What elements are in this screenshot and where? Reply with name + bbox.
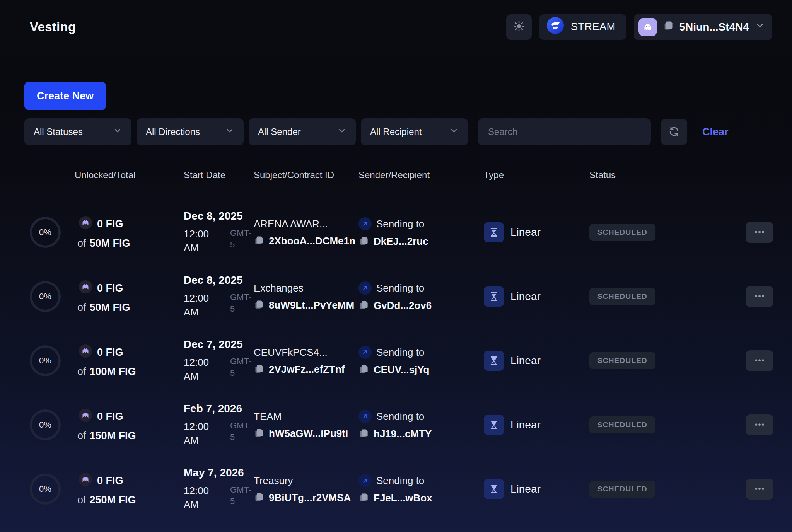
start-time: 12:00 AM [184, 484, 214, 511]
table-row[interactable]: 0% 0 FIG of 100M FIG Dec 7, 2025 1 [0, 329, 792, 393]
copy-icon[interactable] [254, 428, 264, 440]
copy-icon[interactable] [254, 363, 264, 375]
sender-recipient-cell: Sending to FJeL...wBox [358, 474, 484, 504]
contract-id: 2XbooA...DCMe1n [269, 235, 355, 247]
refresh-button[interactable] [661, 119, 687, 145]
subject-label: ARENA AWAR... [254, 218, 358, 230]
recipient-address: FJeL...wBox [374, 492, 432, 504]
clear-filters-link[interactable]: Clear [702, 126, 729, 138]
sender-filter-dropdown[interactable]: All Sender [249, 118, 356, 145]
column-header-unlocked-total: Unlocked/Total [75, 170, 184, 181]
hourglass-icon [484, 351, 504, 371]
direction-label: Sending to [376, 475, 424, 487]
copy-icon[interactable] [358, 492, 369, 504]
ellipsis-icon [754, 483, 765, 496]
table-row[interactable]: 0% 0 FIG of 50M FIG Dec 8, 2025 12 [0, 200, 792, 264]
of-label: of [77, 237, 86, 249]
copy-icon[interactable] [254, 492, 264, 504]
phantom-ghost-icon [638, 18, 657, 36]
type-cell: Linear [484, 222, 589, 242]
recipient-filter-dropdown[interactable]: All Recipient [361, 118, 468, 145]
type-cell: Linear [484, 351, 589, 371]
subject-contract-cell: Treasury 9BiUTg...r2VMSA [254, 475, 358, 504]
row-menu-button[interactable] [746, 479, 773, 500]
progress-cell: 0% [30, 474, 75, 505]
chevron-down-icon [755, 20, 765, 33]
table-row[interactable]: 0% 0 FIG of 150M FIG Feb 7, 2026 1 [0, 393, 792, 457]
recipient-address: DkEJ...2ruc [374, 235, 428, 247]
copy-icon[interactable] [254, 299, 264, 311]
copy-icon[interactable] [358, 364, 369, 376]
copy-icon[interactable] [663, 20, 674, 34]
theme-toggle-button[interactable] [506, 14, 532, 40]
row-menu-button[interactable] [746, 286, 773, 307]
row-menu-button[interactable] [746, 222, 773, 243]
sender-recipient-cell: Sending to CEUV...sjYq [358, 346, 484, 376]
wallet-address: 5Niun...St4N4 [679, 21, 749, 33]
main-content: Create New All Statuses All Directions A… [0, 82, 792, 521]
progress-percent: 0% [39, 420, 51, 430]
filter-bar: All Statuses All Directions All Sender A… [24, 118, 792, 145]
table-body: 0% 0 FIG of 50M FIG Dec 8, 2025 12 [0, 200, 792, 521]
chevron-down-icon [225, 126, 234, 138]
direction-label: Sending to [376, 282, 424, 294]
start-time: 12:00 AM [184, 356, 214, 383]
direction-label: Sending to [376, 218, 424, 230]
subject-label: CEUVFkPCS4... [254, 346, 358, 358]
progress-percent: 0% [39, 356, 51, 366]
unlocked-total-cell: 0 FIG of 50M FIG [75, 216, 184, 249]
total-amount: 250M FIG [90, 494, 136, 506]
start-date-cell: Feb 7, 2026 12:00 AM GMT-5 [184, 402, 254, 447]
recipient-address: hJ19...cMTY [374, 428, 432, 440]
copy-icon[interactable] [358, 428, 369, 440]
start-time: 12:00 AM [184, 292, 214, 319]
chevron-down-icon [337, 126, 346, 138]
row-menu-button[interactable] [746, 414, 773, 435]
status-filter-dropdown[interactable]: All Statuses [24, 118, 131, 145]
progress-percent: 0% [39, 227, 51, 237]
arrow-up-right-icon [358, 281, 372, 295]
subject-contract-cell: Exchanges 8uW9Lt...PvYeMM [254, 282, 358, 311]
subject-label: TEAM [254, 411, 358, 423]
fig-token-icon [79, 408, 92, 425]
subject-contract-cell: ARENA AWAR... 2XbooA...DCMe1n [254, 218, 358, 247]
create-new-button[interactable]: Create New [24, 82, 106, 110]
wallet-button[interactable]: 5Niun...St4N4 [634, 14, 772, 40]
progress-cell: 0% [30, 281, 75, 312]
column-header-subject-contract: Subject/Contract ID [254, 170, 358, 181]
direction-filter-dropdown[interactable]: All Directions [137, 118, 244, 145]
chevron-down-icon [449, 126, 459, 138]
unlocked-amount: 0 FIG [97, 475, 123, 487]
direction-label: Sending to [376, 346, 424, 358]
column-header-start-date: Start Date [184, 170, 254, 181]
progress-cell: 0% [30, 217, 75, 248]
menu-cell [746, 414, 773, 435]
stream-button[interactable]: STREAM [539, 14, 626, 40]
table-row[interactable]: 0% 0 FIG of 250M FIG May 7, 2026 1 [0, 457, 792, 521]
ellipsis-icon [754, 290, 765, 303]
ellipsis-icon [754, 419, 765, 431]
copy-icon[interactable] [254, 235, 264, 247]
row-menu-button[interactable] [746, 350, 773, 371]
search-input[interactable] [478, 118, 651, 145]
direction-filter-label: All Directions [146, 126, 200, 137]
subject-label: Treasury [254, 475, 358, 487]
start-date: Dec 7, 2025 [184, 338, 254, 351]
copy-icon[interactable] [358, 235, 369, 247]
table-row[interactable]: 0% 0 FIG of 50M FIG Dec 8, 2025 12 [0, 264, 792, 329]
contract-id: 9BiUTg...r2VMSA [269, 492, 351, 504]
recipient-address: CEUV...sjYq [374, 364, 430, 376]
column-header-status: Status [589, 170, 746, 181]
status-cell: SCHEDULED [589, 481, 746, 498]
column-header-sender-recipient: Sender/Recipient [358, 170, 484, 181]
of-label: of [77, 366, 86, 378]
recipient-address: GvDd...2ov6 [374, 300, 432, 312]
copy-icon[interactable] [358, 300, 369, 312]
progress-ring: 0% [30, 281, 61, 312]
start-time: 12:00 AM [184, 227, 214, 254]
of-label: of [77, 302, 86, 314]
timezone-label: GMT-5 [230, 292, 254, 319]
recipient-filter-label: All Recipient [370, 126, 422, 137]
contract-id: 2VJwFz...efZTnf [269, 363, 345, 375]
start-date-cell: Dec 8, 2025 12:00 AM GMT-5 [184, 274, 254, 319]
